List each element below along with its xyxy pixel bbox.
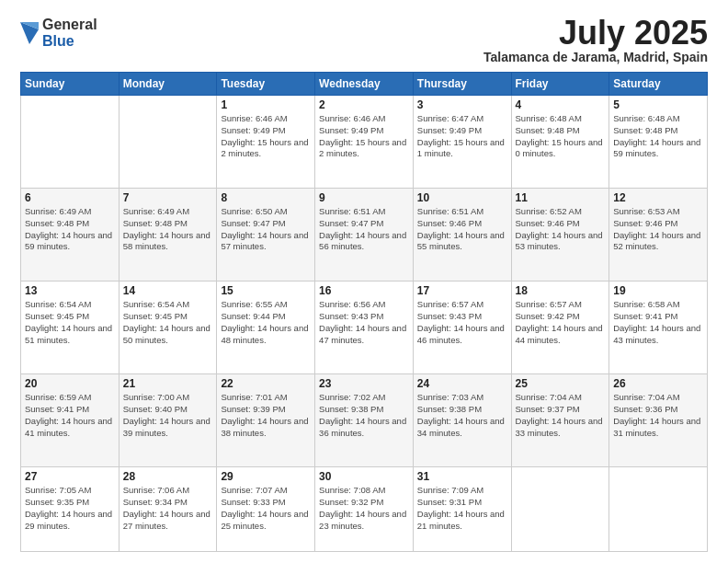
day-number: 4 [516,98,606,111]
table-row: 16Sunrise: 6:56 AM Sunset: 9:43 PM Dayli… [315,282,414,374]
day-number: 29 [221,470,311,483]
logo-text: General Blue [42,17,97,49]
day-info: Sunrise: 6:49 AM Sunset: 9:48 PM Dayligh… [123,206,213,253]
col-saturday: Saturday [609,73,708,96]
table-row: 8Sunrise: 6:50 AM Sunset: 9:47 PM Daylig… [217,189,315,282]
day-info: Sunrise: 6:51 AM Sunset: 9:46 PM Dayligh… [417,206,507,253]
col-wednesday: Wednesday [315,73,414,96]
table-row: 22Sunrise: 7:01 AM Sunset: 9:39 PM Dayli… [217,374,315,467]
calendar-week-row: 13Sunrise: 6:54 AM Sunset: 9:45 PM Dayli… [21,282,708,374]
table-row: 29Sunrise: 7:07 AM Sunset: 9:33 PM Dayli… [217,467,315,552]
table-row: 24Sunrise: 7:03 AM Sunset: 9:38 PM Dayli… [413,374,511,467]
day-number: 22 [221,377,311,390]
day-info: Sunrise: 6:46 AM Sunset: 9:49 PM Dayligh… [319,113,409,160]
day-info: Sunrise: 6:48 AM Sunset: 9:48 PM Dayligh… [516,113,606,160]
table-row [511,467,609,552]
day-number: 8 [221,191,311,204]
day-number: 13 [25,284,115,297]
day-info: Sunrise: 7:02 AM Sunset: 9:38 PM Dayligh… [319,392,409,439]
title-month: July 2025 [483,17,708,50]
day-number: 3 [417,98,507,111]
day-number: 1 [221,98,311,111]
day-number: 2 [319,98,409,111]
day-info: Sunrise: 6:53 AM Sunset: 9:46 PM Dayligh… [613,206,703,253]
logo-blue-text: Blue [42,33,97,50]
day-info: Sunrise: 6:49 AM Sunset: 9:48 PM Dayligh… [25,206,115,253]
day-number: 24 [417,377,507,390]
day-number: 31 [417,470,507,483]
table-row: 17Sunrise: 6:57 AM Sunset: 9:43 PM Dayli… [413,282,511,374]
table-row [119,96,217,189]
calendar-week-row: 6Sunrise: 6:49 AM Sunset: 9:48 PM Daylig… [21,189,708,282]
table-row: 1Sunrise: 6:46 AM Sunset: 9:49 PM Daylig… [217,96,315,189]
table-row: 28Sunrise: 7:06 AM Sunset: 9:34 PM Dayli… [119,467,217,552]
day-number: 19 [613,284,703,297]
table-row: 14Sunrise: 6:54 AM Sunset: 9:45 PM Dayli… [119,282,217,374]
day-number: 7 [123,191,213,204]
day-info: Sunrise: 6:54 AM Sunset: 9:45 PM Dayligh… [123,299,213,346]
day-info: Sunrise: 6:54 AM Sunset: 9:45 PM Dayligh… [25,299,115,346]
table-row: 5Sunrise: 6:48 AM Sunset: 9:48 PM Daylig… [609,96,708,189]
col-tuesday: Tuesday [217,73,315,96]
day-number: 12 [613,191,703,204]
day-info: Sunrise: 6:47 AM Sunset: 9:49 PM Dayligh… [417,113,507,160]
day-number: 11 [516,191,606,204]
col-friday: Friday [511,73,609,96]
day-info: Sunrise: 6:59 AM Sunset: 9:41 PM Dayligh… [25,392,115,439]
day-info: Sunrise: 6:50 AM Sunset: 9:47 PM Dayligh… [221,206,311,253]
header: General Blue July 2025 Talamanca de Jara… [20,17,708,64]
table-row: 7Sunrise: 6:49 AM Sunset: 9:48 PM Daylig… [119,189,217,282]
day-number: 21 [123,377,213,390]
table-row: 18Sunrise: 6:57 AM Sunset: 9:42 PM Dayli… [511,282,609,374]
day-number: 15 [221,284,311,297]
day-info: Sunrise: 6:48 AM Sunset: 9:48 PM Dayligh… [613,113,703,160]
table-row: 9Sunrise: 6:51 AM Sunset: 9:47 PM Daylig… [315,189,414,282]
col-sunday: Sunday [21,73,119,96]
col-thursday: Thursday [413,73,511,96]
day-info: Sunrise: 6:57 AM Sunset: 9:43 PM Dayligh… [417,299,507,346]
day-info: Sunrise: 6:57 AM Sunset: 9:42 PM Dayligh… [516,299,606,346]
table-row: 2Sunrise: 6:46 AM Sunset: 9:49 PM Daylig… [315,96,414,189]
day-number: 10 [417,191,507,204]
day-number: 17 [417,284,507,297]
day-info: Sunrise: 6:55 AM Sunset: 9:44 PM Dayligh… [221,299,311,346]
day-number: 27 [25,470,115,483]
table-row: 27Sunrise: 7:05 AM Sunset: 9:35 PM Dayli… [21,467,119,552]
table-row: 23Sunrise: 7:02 AM Sunset: 9:38 PM Dayli… [315,374,414,467]
day-number: 25 [516,377,606,390]
table-row: 3Sunrise: 6:47 AM Sunset: 9:49 PM Daylig… [413,96,511,189]
day-number: 26 [613,377,703,390]
calendar-week-row: 1Sunrise: 6:46 AM Sunset: 9:49 PM Daylig… [21,96,708,189]
page: General Blue July 2025 Talamanca de Jara… [0,0,728,563]
table-row: 21Sunrise: 7:00 AM Sunset: 9:40 PM Dayli… [119,374,217,467]
logo: General Blue [20,17,97,49]
day-info: Sunrise: 6:52 AM Sunset: 9:46 PM Dayligh… [516,206,606,253]
table-row: 15Sunrise: 6:55 AM Sunset: 9:44 PM Dayli… [217,282,315,374]
day-info: Sunrise: 7:07 AM Sunset: 9:33 PM Dayligh… [221,485,311,532]
table-row [609,467,708,552]
table-row: 13Sunrise: 6:54 AM Sunset: 9:45 PM Dayli… [21,282,119,374]
day-info: Sunrise: 7:01 AM Sunset: 9:39 PM Dayligh… [221,392,311,439]
day-number: 20 [25,377,115,390]
day-info: Sunrise: 6:46 AM Sunset: 9:49 PM Dayligh… [221,113,311,160]
day-info: Sunrise: 6:56 AM Sunset: 9:43 PM Dayligh… [319,299,409,346]
day-info: Sunrise: 7:05 AM Sunset: 9:35 PM Dayligh… [25,485,115,532]
table-row: 11Sunrise: 6:52 AM Sunset: 9:46 PM Dayli… [511,189,609,282]
logo-general-text: General [42,17,97,33]
table-row: 6Sunrise: 6:49 AM Sunset: 9:48 PM Daylig… [21,189,119,282]
table-row: 31Sunrise: 7:09 AM Sunset: 9:31 PM Dayli… [413,467,511,552]
calendar-week-row: 27Sunrise: 7:05 AM Sunset: 9:35 PM Dayli… [21,467,708,552]
table-row: 20Sunrise: 6:59 AM Sunset: 9:41 PM Dayli… [21,374,119,467]
day-info: Sunrise: 7:09 AM Sunset: 9:31 PM Dayligh… [417,485,507,532]
table-row: 19Sunrise: 6:58 AM Sunset: 9:41 PM Dayli… [609,282,708,374]
calendar-header-row: Sunday Monday Tuesday Wednesday Thursday… [21,73,708,96]
table-row: 26Sunrise: 7:04 AM Sunset: 9:36 PM Dayli… [609,374,708,467]
day-info: Sunrise: 7:06 AM Sunset: 9:34 PM Dayligh… [123,485,213,532]
col-monday: Monday [119,73,217,96]
day-info: Sunrise: 6:51 AM Sunset: 9:47 PM Dayligh… [319,206,409,253]
day-number: 5 [613,98,703,111]
day-info: Sunrise: 7:03 AM Sunset: 9:38 PM Dayligh… [417,392,507,439]
day-number: 9 [319,191,409,204]
day-info: Sunrise: 7:00 AM Sunset: 9:40 PM Dayligh… [123,392,213,439]
day-number: 18 [516,284,606,297]
